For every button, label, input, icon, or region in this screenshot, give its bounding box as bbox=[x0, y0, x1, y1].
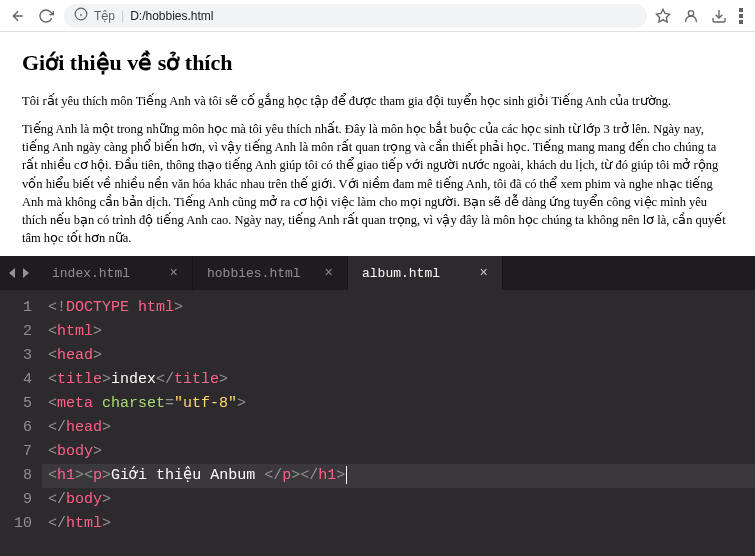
line-gutter: 12345678910 bbox=[0, 290, 42, 556]
tab-hobbies[interactable]: hobbies.html × bbox=[193, 256, 348, 290]
tab-label: album.html bbox=[362, 266, 440, 281]
code-line: </body> bbox=[42, 488, 755, 512]
text-cursor bbox=[346, 466, 347, 484]
info-icon bbox=[74, 7, 88, 24]
svg-rect-8 bbox=[739, 20, 743, 24]
close-icon[interactable]: × bbox=[480, 265, 488, 281]
close-icon[interactable]: × bbox=[170, 265, 178, 281]
code-line: <html> bbox=[42, 320, 755, 344]
back-button[interactable] bbox=[8, 6, 28, 26]
svg-marker-9 bbox=[9, 268, 15, 278]
code-lines[interactable]: <!DOCTYPE html> <html> <head> <title>ind… bbox=[42, 290, 755, 556]
download-icon[interactable] bbox=[711, 8, 727, 24]
profile-icon[interactable] bbox=[683, 8, 699, 24]
url-path: D:/hobbies.html bbox=[130, 9, 213, 23]
code-area[interactable]: 12345678910 <!DOCTYPE html> <html> <head… bbox=[0, 290, 755, 556]
page-paragraph-1: Tôi rất yêu thích môn Tiếng Anh và tôi s… bbox=[22, 92, 733, 110]
code-line: <!DOCTYPE html> bbox=[42, 296, 755, 320]
menu-icon[interactable] bbox=[739, 8, 743, 24]
code-line: <title>index</title> bbox=[42, 368, 755, 392]
code-line: <head> bbox=[42, 344, 755, 368]
reload-button[interactable] bbox=[36, 6, 56, 26]
code-line: </head> bbox=[42, 416, 755, 440]
page-content: Giới thiệu về sở thích Tôi rất yêu thích… bbox=[0, 32, 755, 275]
tab-next-icon[interactable] bbox=[20, 268, 30, 278]
tab-prev-icon[interactable] bbox=[8, 268, 18, 278]
page-paragraph-2: Tiếng Anh là một trong những môn học mà … bbox=[22, 120, 733, 247]
code-editor: index.html × hobbies.html × album.html ×… bbox=[0, 256, 755, 556]
svg-point-4 bbox=[688, 10, 693, 15]
svg-rect-6 bbox=[739, 8, 743, 12]
tab-label: index.html bbox=[52, 266, 130, 281]
tab-album[interactable]: album.html × bbox=[348, 256, 503, 290]
editor-tab-bar: index.html × hobbies.html × album.html × bbox=[0, 256, 755, 290]
tab-label: hobbies.html bbox=[207, 266, 301, 281]
tab-nav bbox=[0, 256, 38, 290]
code-line: <meta charset="utf-8"> bbox=[42, 392, 755, 416]
svg-marker-10 bbox=[23, 268, 29, 278]
browser-toolbar: Tệp | D:/hobbies.html bbox=[0, 0, 755, 32]
url-separator: | bbox=[121, 9, 124, 23]
svg-marker-3 bbox=[656, 9, 669, 22]
star-icon[interactable] bbox=[655, 8, 671, 24]
close-icon[interactable]: × bbox=[325, 265, 333, 281]
address-bar[interactable]: Tệp | D:/hobbies.html bbox=[64, 4, 647, 28]
code-line-active: <h1><p>Giới thiệu Anbum </p></h1> bbox=[42, 464, 755, 488]
url-label: Tệp bbox=[94, 9, 115, 23]
code-line: </html> bbox=[42, 512, 755, 536]
code-line: <body> bbox=[42, 440, 755, 464]
tab-index[interactable]: index.html × bbox=[38, 256, 193, 290]
svg-rect-7 bbox=[739, 14, 743, 18]
page-heading: Giới thiệu về sở thích bbox=[22, 50, 733, 76]
